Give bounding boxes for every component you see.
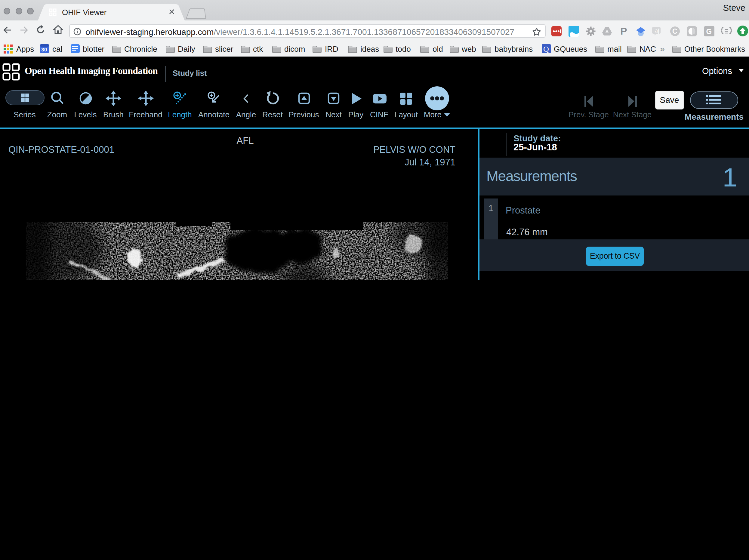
svg-text:30: 30 [41,47,47,52]
svg-text:G: G [706,27,712,36]
svg-text:Q: Q [543,45,549,53]
svg-text:C: C [672,27,678,35]
svg-text:a|: a| [655,28,659,34]
svg-text:P: P [620,25,627,37]
